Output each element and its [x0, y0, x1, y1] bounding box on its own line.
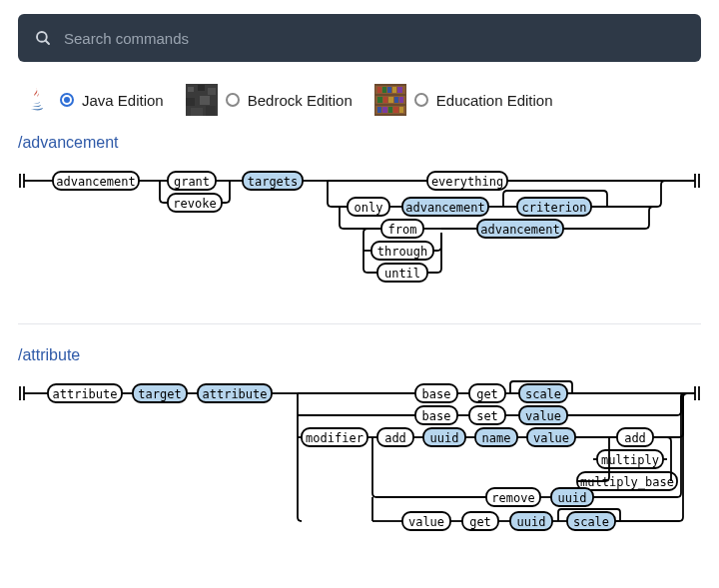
svg-text:base: base: [422, 409, 451, 423]
svg-rect-26: [388, 107, 392, 113]
railroad-svg: attribute target attribute base get scal…: [18, 378, 701, 548]
svg-text:uuid: uuid: [558, 491, 587, 505]
java-icon: [20, 84, 52, 116]
svg-rect-13: [382, 87, 386, 93]
svg-rect-5: [208, 88, 216, 95]
svg-rect-25: [382, 107, 387, 113]
svg-rect-3: [188, 87, 194, 92]
svg-rect-9: [206, 106, 216, 116]
search-input[interactable]: [64, 30, 685, 47]
svg-text:uuid: uuid: [430, 431, 459, 445]
svg-rect-8: [191, 108, 203, 116]
svg-text:advancement: advancement: [405, 201, 484, 215]
svg-line-1: [45, 40, 49, 44]
edition-selector: Java Edition Bedrock Edition Education E…: [20, 84, 701, 116]
svg-text:modifier: modifier: [306, 431, 363, 445]
svg-text:targets: targets: [248, 175, 299, 189]
section-title[interactable]: /attribute: [18, 346, 701, 364]
svg-text:everything: everything: [431, 175, 503, 189]
search-icon: [34, 29, 52, 47]
edition-label: Bedrock Edition: [248, 92, 353, 109]
svg-text:base: base: [422, 387, 451, 401]
radio-icon: [414, 93, 428, 107]
bedrock-icon: [186, 84, 218, 116]
syntax-diagram-advancement: advancement grant revoke targets everyth…: [18, 166, 701, 295]
svg-text:set: set: [476, 409, 498, 423]
svg-rect-21: [394, 97, 398, 103]
edition-java[interactable]: Java Edition: [20, 84, 164, 116]
svg-rect-16: [397, 87, 402, 93]
svg-text:add: add: [384, 431, 406, 445]
svg-text:from: from: [388, 223, 417, 237]
section-title[interactable]: /advancement: [18, 134, 701, 152]
svg-rect-27: [393, 107, 398, 113]
svg-rect-28: [399, 107, 403, 113]
svg-rect-14: [387, 87, 391, 93]
svg-text:value: value: [408, 515, 444, 529]
svg-text:attribute: attribute: [202, 387, 267, 401]
svg-text:add: add: [624, 431, 646, 445]
svg-text:grant: grant: [174, 175, 210, 189]
edition-label: Java Edition: [82, 92, 164, 109]
svg-rect-22: [399, 97, 403, 103]
svg-text:revoke: revoke: [173, 197, 216, 211]
svg-text:until: until: [384, 267, 420, 281]
svg-rect-19: [383, 97, 387, 103]
radio-icon: [60, 93, 74, 107]
svg-text:value: value: [525, 409, 561, 423]
svg-rect-15: [392, 87, 396, 93]
svg-text:advancement: advancement: [56, 175, 135, 189]
education-icon: [374, 84, 406, 116]
svg-rect-4: [198, 85, 205, 91]
section-attribute: /attribute attribute target attribute ba…: [18, 346, 701, 548]
svg-text:only: only: [355, 201, 383, 215]
search-bar: [18, 14, 701, 62]
svg-rect-6: [186, 98, 195, 106]
edition-education[interactable]: Education Edition: [374, 84, 553, 116]
svg-text:through: through: [377, 245, 428, 259]
svg-text:value: value: [533, 431, 569, 445]
svg-text:advancement: advancement: [480, 223, 559, 237]
svg-text:remove: remove: [491, 491, 534, 505]
svg-text:target: target: [138, 387, 181, 401]
svg-text:scale: scale: [573, 515, 609, 529]
svg-text:criterion: criterion: [521, 201, 586, 215]
svg-rect-24: [377, 107, 381, 113]
radio-icon: [226, 93, 240, 107]
svg-rect-12: [377, 87, 381, 93]
edition-label: Education Edition: [436, 92, 553, 109]
edition-bedrock[interactable]: Bedrock Edition: [186, 84, 353, 116]
svg-rect-7: [200, 96, 210, 105]
svg-text:attribute: attribute: [52, 387, 117, 401]
svg-rect-20: [388, 97, 393, 103]
svg-text:get: get: [476, 387, 498, 401]
syntax-diagram-attribute: attribute target attribute base get scal…: [18, 378, 701, 548]
svg-text:uuid: uuid: [517, 515, 546, 529]
section-advancement: /advancement advancement grant revoke ta…: [18, 134, 701, 295]
svg-text:scale: scale: [525, 387, 561, 401]
svg-text:get: get: [469, 515, 491, 529]
svg-text:name: name: [482, 431, 511, 445]
section-divider: [18, 323, 701, 324]
svg-rect-18: [377, 97, 382, 103]
railroad-svg: advancement grant revoke targets everyth…: [18, 166, 701, 295]
